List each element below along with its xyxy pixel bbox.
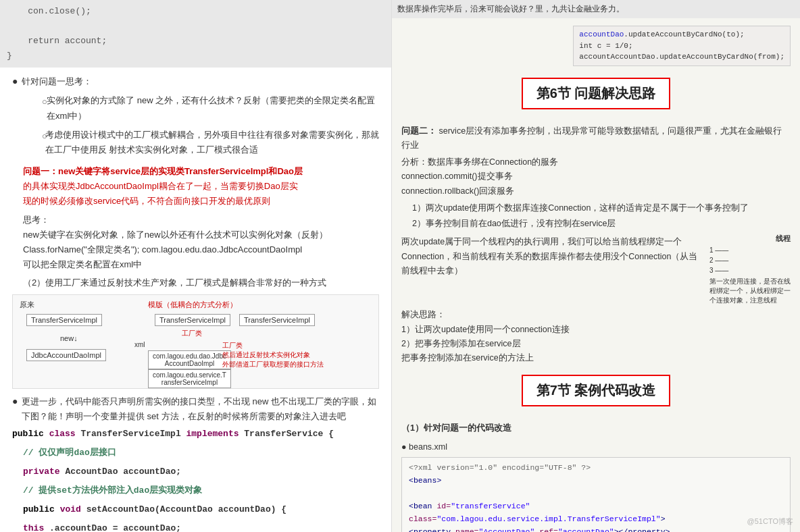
solution-item2: 2）把事务控制添加在service层: [401, 337, 791, 351]
ts-box: TransferServiceImpl: [155, 314, 230, 326]
box-transfer: TransferServiceImpl: [26, 314, 102, 326]
problem2-text: service层没有添加事务控制，出现异常可能导致数据错乱，问题很严重，尤其在金…: [401, 126, 782, 150]
problem-1-block: 问题一：new关键字将service层的实现类TransferServiceIm…: [12, 164, 379, 209]
xml-bean1-gt: >: [661, 514, 666, 523]
diagram-area: 原来 模版（低耦合的方式分析） TransferServiceImpl Jdbc…: [12, 294, 379, 389]
diag-label-original: 原来: [20, 299, 34, 310]
bullet-dot-1: ●: [12, 76, 22, 86]
code-line-2: [7, 19, 384, 34]
right-box-ts2: TransferServiceImpl: [239, 314, 315, 326]
xml-class1: class=: [409, 514, 436, 523]
original-label: 原来: [20, 300, 34, 309]
think-2-block: （2）使用工厂来通过反射技术生产对象，工厂模式是解耦合非常好的一种方式: [12, 275, 379, 290]
code-line-3: return account;: [7, 34, 384, 49]
analysis-rollback: connection.rollback()回滚服务: [401, 186, 514, 196]
bullet-dot-2: ●: [12, 396, 22, 406]
class-name: TransferServiceImpl: [80, 429, 186, 439]
kw-public: public: [12, 429, 44, 439]
thread-item-2: 2 ——: [709, 255, 791, 265]
sub-bullet-circle-2: ○: [32, 129, 45, 144]
bullet-1-sub1-text: 实例化对象的方式除了 new 之外，还有什么技术？反射（需要把类的全限定类名配置…: [47, 93, 379, 123]
num-item-2: 2）事务控制目前在dao低进行，没有控制在service层: [412, 217, 791, 231]
section6-heading: 第6节 问题解决思路: [522, 78, 671, 109]
kw-this: this: [23, 523, 44, 532]
xml-prop-name-val: "AccountDao": [479, 527, 535, 532]
problem-1-text2: 现的时候必须修改service代码，不符合面向接口开发的最优原则: [23, 196, 270, 206]
update-desc: 两次update属于同一个线程内的执行调用，我们可以给当前线程绑定一个Conne…: [401, 235, 703, 278]
bullet-2: ● 更进一步，代码中能否只声明所需实例的接口类型，不出现 new 也不出现工厂类…: [12, 394, 379, 424]
diag-label-template: 模版（低耦合的方式分析）: [148, 299, 237, 310]
bullet-1-sub2: ○ 考虑使用设计模式中的工厂模式解耦合，另外项目中往往有很多对象需要实例化，那就…: [32, 128, 379, 157]
solution-item1: 1）让两次update使用同一个connection连接: [401, 323, 791, 337]
problem2-label: 问题二：: [401, 126, 436, 136]
beans-code-block: <?xml version="1.0" encoding="UTF-8" ?> …: [401, 457, 791, 532]
pkg2-box: com.lagou.edu.service.TransferServiceImp…: [148, 369, 231, 388]
bullet-2-content: 更进一步，代码中能否只声明所需实例的接口类型，不出现 new 也不出现工厂类的字…: [22, 394, 379, 424]
xml-pi: <?xml version="1.0" encoding="UTF-8" ?>: [409, 463, 591, 472]
comment-text-2: // 提供set方法供外部注入dao层实现类对象: [23, 485, 202, 496]
watermark-text: @51CTO博客: [747, 517, 793, 525]
bullet-1-main: 针对问题一思考：: [22, 76, 92, 86]
bullet-1-sub1: ○ 实例化对象的方式除了 new 之外，还有什么技术？反射（需要把类的全限定类名…: [32, 93, 379, 123]
box-jdbc: JdbcAccountDaoImpl: [26, 349, 106, 361]
section6-heading-wrapper: 第6节 问题解决思路: [401, 72, 791, 117]
num-item-1: 1）两次update使用两个数据库连接Connection，这样的适肯定是不属于…: [412, 201, 791, 215]
kw-private: private: [23, 467, 60, 477]
kw-implements: implements: [186, 429, 239, 439]
kw-public2: public: [23, 504, 55, 514]
rp-top-text: 数据库操作完毕后，沿来可能会说好？里，九共让金融业务力。: [397, 4, 624, 14]
account-dao-code: accountDao.updateAccountByCardNo(to); in…: [573, 26, 791, 66]
thread-label: 线程: [709, 234, 791, 244]
section6-title: 第6节 问题解决思路: [536, 86, 656, 101]
code-method-1: .updateAccountByCardNo(to);: [624, 30, 744, 38]
right-box-ts: TransferServiceImpl: [155, 314, 230, 326]
bullet-2-main: 更进一步，代码中能否只声明所需实例的接口类型，不出现 new 也不出现工厂类的字…: [22, 396, 376, 421]
xml-ref: ref=: [539, 527, 558, 532]
jdbc-box: JdbcAccountDaoImpl: [26, 349, 106, 361]
think-3: 可以把全限定类名配置在xml中: [23, 259, 142, 269]
code-blue-1: accountDao: [579, 30, 624, 38]
bullet-1-sub1-wrap: ○ 实例化对象的方式除了 new 之外，还有什么技术？反射（需要把类的全限定类名…: [22, 93, 379, 157]
page-container: con.close(); return account; } ● 针对问题一思考…: [0, 0, 800, 532]
section7-heading-wrapper: 第7节 案例代码改造: [401, 369, 791, 415]
analysis-block: 分析：数据库事务绑在Connection的服务 connection.commi…: [401, 155, 791, 198]
bullet-1: ● 针对问题一思考： ○ 实例化对象的方式除了 new 之外，还有什么技术？反射…: [12, 74, 379, 159]
interface-name: TransferService {: [244, 429, 334, 439]
subsection1-text: （1）针对问题一的代码改造: [401, 423, 511, 433]
xml-id1: id=: [436, 502, 451, 510]
section7-heading: 第7节 案例代码改造: [522, 375, 671, 406]
left-panel: con.close(); return account; } ● 针对问题一思考…: [0, 0, 392, 532]
bullet-1-content: 针对问题一思考： ○ 实例化对象的方式除了 new 之外，还有什么技术？反射（需…: [22, 74, 379, 159]
xml-beans-open: <beans>: [409, 476, 441, 485]
xml-prop: <property: [409, 527, 455, 532]
field-assign: .accountDao = accountDao;: [49, 523, 181, 532]
solution-item3: 把事务控制添加在service的方法上: [401, 351, 791, 365]
thread-diagram: 线程 1 —— 2 —— 3 —— 第一次使用连接，是否在线程绑定一个，从线程绑…: [709, 234, 791, 305]
pkg1-box: com.lagou.edu.dao.JdbcAccountDaoImpl: [148, 350, 231, 369]
think-1: new关键字在实例化对象，除了new以外还有什么技术可以实例化对象（反射）: [23, 230, 328, 240]
bullet-1-sub2-text: 考虑使用设计模式中的工厂模式解耦合，另外项目中往往有很多对象需要实例化，那就在工…: [45, 128, 379, 157]
set-method: public void setAccountDao(AccountDao acc…: [23, 502, 379, 517]
think-2-text: （2）使用工厂来通过反射技术生产对象，工厂模式是解耦合非常好的一种方式: [23, 277, 326, 288]
xml-bean1-open: <bean: [409, 502, 436, 510]
arrow-new: new↓: [60, 334, 78, 342]
code-int: int c = 1/0;: [579, 42, 632, 50]
thread-item-1: 1 ——: [709, 245, 791, 255]
xml-prop-close: ></property>: [614, 527, 670, 532]
transfer-box: TransferServiceImpl: [26, 314, 102, 326]
watermark: @51CTO博客: [747, 516, 793, 527]
sub-bullet-circle-1: ○: [32, 95, 47, 109]
thread-items: 1 —— 2 —— 3 ——: [709, 245, 791, 275]
problem-1-text: 的具体实现类JdbcAccountDaoImpl耦合在了一起，当需要切换Dao层…: [23, 181, 298, 191]
kw-void: void: [60, 504, 81, 514]
analysis-label: 分析：数据库事务绑在Connection的服务: [401, 157, 558, 167]
xml-class1-val: "com.lagou.edu.service.impl.TransferServ…: [436, 514, 660, 523]
code-line-4: }: [7, 49, 384, 63]
xml-label: xml: [134, 341, 145, 348]
num-list: 1）两次update使用两个数据库连接Connection，这样的适肯定是不属于…: [412, 201, 791, 232]
set-body: this .accountDao = accountDao;: [23, 521, 379, 532]
section7-title: 第7节 案例代码改造: [536, 383, 656, 398]
thread-item-3: 3 ——: [709, 265, 791, 275]
private-dao: private AccountDao accountDao;: [23, 464, 379, 479]
field-decl: AccountDao accountDao;: [65, 467, 181, 477]
